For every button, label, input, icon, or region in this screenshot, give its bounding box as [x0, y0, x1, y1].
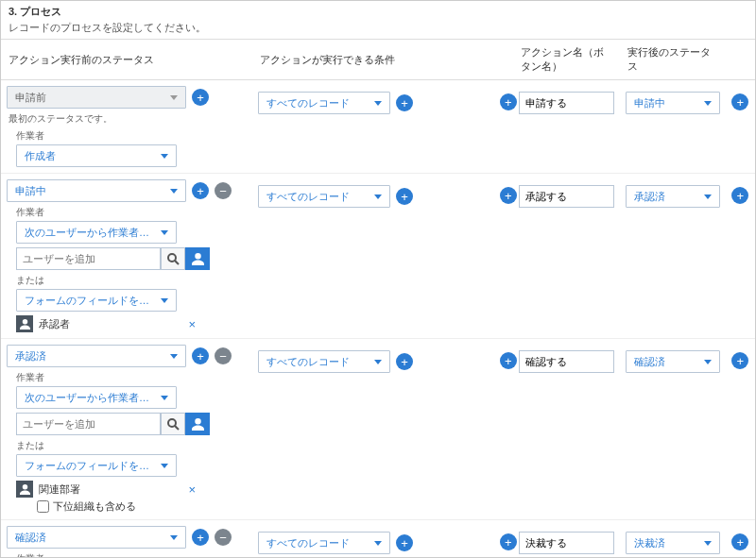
add-status-button[interactable]: +	[192, 182, 209, 199]
chevron-down-icon	[374, 101, 382, 106]
add-form-field-dropdown[interactable]: フォームのフィールドを追加	[16, 454, 177, 477]
chevron-down-icon	[704, 101, 712, 106]
add-status-button[interactable]: +	[192, 89, 209, 106]
add-form-field-label: フォームのフィールドを追加	[25, 294, 155, 308]
worker-label: 作業者	[16, 206, 247, 219]
person-icon	[16, 481, 33, 498]
add-branch-button[interactable]: +	[500, 352, 517, 369]
worker-label: 作業者	[16, 371, 247, 384]
after-status-label: 確認済	[634, 355, 665, 369]
add-branch-button[interactable]: +	[500, 93, 517, 110]
chevron-down-icon	[704, 194, 712, 199]
add-row-button[interactable]: +	[731, 533, 748, 550]
status-label: 申請中	[15, 184, 46, 198]
remove-status-button[interactable]: −	[215, 347, 232, 364]
add-branch-button[interactable]: +	[500, 533, 517, 550]
after-status-label: 承認済	[634, 190, 665, 204]
action-name-input[interactable]	[519, 532, 614, 554]
after-status-dropdown[interactable]: 承認済	[626, 185, 720, 208]
chevron-down-icon	[170, 354, 178, 359]
header-condition: アクションが実行できる条件	[252, 40, 494, 80]
add-branch-button[interactable]: +	[500, 187, 517, 204]
status-label: 申請前	[15, 91, 46, 105]
after-status-label: 決裁済	[634, 536, 665, 550]
org-picker-button[interactable]	[185, 413, 210, 435]
person-icon	[16, 315, 33, 332]
condition-dropdown[interactable]: すべてのレコード	[258, 92, 390, 114]
condition-label: すべてのレコード	[266, 536, 350, 550]
add-condition-button[interactable]: +	[396, 353, 413, 370]
status-label: 承認済	[15, 349, 46, 364]
include-subordinate-label: 下位組織も含める	[53, 499, 136, 514]
search-button[interactable]	[161, 247, 185, 270]
add-status-button[interactable]: +	[192, 529, 209, 546]
chevron-down-icon	[161, 230, 168, 235]
condition-label: すべてのレコード	[266, 190, 350, 204]
header-after-status: 実行後のステータス	[620, 40, 727, 80]
chevron-down-icon	[161, 464, 168, 468]
condition-dropdown[interactable]: すべてのレコード	[258, 185, 390, 208]
after-status-dropdown[interactable]: 確認済	[626, 350, 720, 373]
status-dropdown[interactable]: 申請中	[7, 179, 186, 202]
action-name-input[interactable]	[519, 350, 614, 373]
remove-status-button[interactable]: −	[215, 182, 232, 199]
chevron-down-icon	[170, 189, 178, 194]
action-name-input[interactable]	[519, 185, 614, 208]
add-form-field-label: フォームのフィールドを追加	[25, 459, 155, 473]
include-subordinate-checkbox[interactable]	[37, 500, 49, 513]
status-dropdown[interactable]: 申請前	[7, 86, 186, 109]
chevron-down-icon	[374, 194, 382, 199]
or-label: または	[16, 274, 247, 287]
action-name-input[interactable]	[519, 92, 614, 114]
or-label: または	[16, 439, 247, 452]
worker-label: 作業者	[16, 552, 247, 558]
add-condition-button[interactable]: +	[396, 94, 413, 111]
add-condition-button[interactable]: +	[396, 188, 413, 205]
remove-tag-button[interactable]: ×	[188, 317, 196, 331]
chevron-down-icon	[704, 541, 712, 546]
add-row-button[interactable]: +	[731, 187, 748, 204]
add-user-input[interactable]	[16, 413, 161, 435]
after-status-dropdown[interactable]: 申請中	[626, 92, 720, 114]
add-user-input[interactable]	[16, 247, 161, 270]
section-subtitle: レコードのプロセスを設定してください。	[9, 21, 747, 35]
remove-status-button[interactable]: −	[215, 529, 232, 546]
worker-select-label: 次のユーザーから作業者を選択	[25, 226, 155, 240]
worker-select-dropdown[interactable]: 次のユーザーから作業者を選択	[16, 386, 177, 409]
condition-label: すべてのレコード	[266, 96, 350, 110]
chevron-down-icon	[170, 535, 178, 540]
status-label: 確認済	[15, 531, 46, 545]
worker-value: 作成者	[25, 149, 56, 163]
chevron-down-icon	[374, 360, 382, 364]
header-before-status: アクション実行前のステータス	[1, 40, 252, 80]
worker-select-label: 次のユーザーから作業者を選択	[25, 391, 155, 405]
condition-dropdown[interactable]: すべてのレコード	[258, 350, 390, 373]
condition-dropdown[interactable]: すべてのレコード	[258, 532, 390, 554]
worker-select-dropdown[interactable]: 次のユーザーから作業者を選択	[16, 221, 177, 244]
after-status-label: 申請中	[634, 96, 665, 110]
chevron-down-icon	[374, 541, 382, 546]
add-form-field-dropdown[interactable]: フォームのフィールドを追加	[16, 289, 177, 312]
worker-tag-label: 承認者	[39, 317, 70, 331]
add-row-button[interactable]: +	[731, 93, 748, 110]
add-status-button[interactable]: +	[192, 347, 209, 364]
add-condition-button[interactable]: +	[396, 534, 413, 551]
status-dropdown[interactable]: 確認済	[7, 526, 186, 549]
chevron-down-icon	[170, 95, 178, 100]
org-picker-button[interactable]	[185, 247, 210, 270]
status-dropdown[interactable]: 承認済	[7, 345, 186, 367]
add-row-button[interactable]: +	[731, 352, 748, 369]
chevron-down-icon	[161, 396, 168, 400]
search-button[interactable]	[161, 413, 185, 435]
remove-tag-button[interactable]: ×	[188, 482, 196, 497]
after-status-dropdown[interactable]: 決裁済	[626, 532, 720, 554]
header-action-name: アクション名（ボタン名）	[513, 40, 620, 80]
section-title: 3. プロセス	[9, 5, 747, 19]
initial-status-note: 最初のステータスです。	[9, 112, 247, 126]
chevron-down-icon	[161, 298, 168, 303]
worker-label: 作業者	[16, 129, 247, 143]
chevron-down-icon	[704, 360, 712, 364]
worker-tag-label: 関連部署	[39, 482, 80, 497]
worker-dropdown[interactable]: 作成者	[16, 144, 177, 167]
chevron-down-icon	[161, 154, 168, 159]
